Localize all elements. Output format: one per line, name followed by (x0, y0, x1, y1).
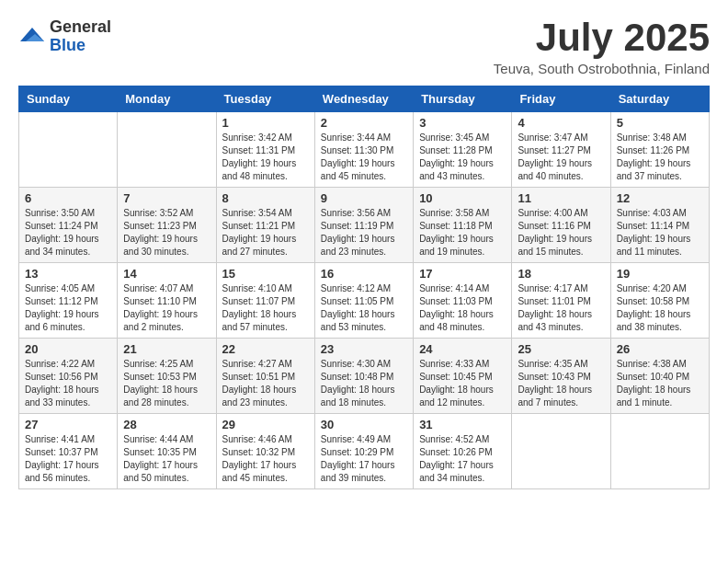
day-info: Sunrise: 4:05 AM Sunset: 11:12 PM Daylig… (25, 282, 111, 334)
calendar-cell: 9Sunrise: 3:56 AM Sunset: 11:19 PM Dayli… (314, 188, 413, 263)
calendar-cell: 28Sunrise: 4:44 AM Sunset: 10:35 PM Dayl… (118, 414, 216, 489)
weekday-header: Sunday (19, 86, 118, 112)
day-number: 5 (617, 116, 703, 130)
day-number: 3 (419, 116, 506, 130)
calendar-cell (610, 414, 709, 489)
day-info: Sunrise: 4:07 AM Sunset: 11:10 PM Daylig… (123, 282, 210, 334)
day-number: 25 (518, 342, 604, 356)
day-info: Sunrise: 4:25 AM Sunset: 10:53 PM Daylig… (123, 358, 210, 409)
day-info: Sunrise: 4:14 AM Sunset: 11:03 PM Daylig… (419, 282, 506, 334)
weekday-header: Monday (118, 86, 216, 112)
logo-text: General Blue (50, 18, 111, 55)
calendar-week-row: 20Sunrise: 4:22 AM Sunset: 10:56 PM Dayl… (19, 339, 710, 414)
calendar-week-row: 13Sunrise: 4:05 AM Sunset: 11:12 PM Dayl… (19, 263, 710, 339)
day-number: 8 (222, 191, 309, 205)
calendar-cell: 13Sunrise: 4:05 AM Sunset: 11:12 PM Dayl… (19, 263, 118, 339)
day-info: Sunrise: 4:35 AM Sunset: 10:43 PM Daylig… (518, 358, 604, 409)
calendar-cell: 23Sunrise: 4:30 AM Sunset: 10:48 PM Dayl… (314, 339, 413, 414)
day-number: 14 (123, 267, 210, 281)
calendar-week-row: 27Sunrise: 4:41 AM Sunset: 10:37 PM Dayl… (19, 414, 710, 489)
weekday-header: Friday (512, 86, 610, 112)
calendar-week-row: 6Sunrise: 3:50 AM Sunset: 11:24 PM Dayli… (19, 188, 710, 263)
calendar-cell (512, 414, 610, 489)
day-number: 23 (321, 342, 407, 356)
calendar-cell: 29Sunrise: 4:46 AM Sunset: 10:32 PM Dayl… (216, 414, 314, 489)
day-info: Sunrise: 3:42 AM Sunset: 11:31 PM Daylig… (222, 132, 309, 183)
calendar-cell: 17Sunrise: 4:14 AM Sunset: 11:03 PM Dayl… (414, 263, 512, 339)
logo: General Blue (18, 18, 111, 55)
day-number: 12 (617, 191, 703, 205)
day-info: Sunrise: 4:12 AM Sunset: 11:05 PM Daylig… (321, 282, 407, 334)
calendar-cell: 30Sunrise: 4:49 AM Sunset: 10:29 PM Dayl… (314, 414, 413, 489)
day-number: 9 (321, 191, 407, 205)
calendar-cell: 6Sunrise: 3:50 AM Sunset: 11:24 PM Dayli… (19, 188, 118, 263)
day-number: 6 (25, 191, 111, 205)
calendar-table: SundayMondayTuesdayWednesdayThursdayFrid… (18, 86, 710, 489)
day-info: Sunrise: 4:33 AM Sunset: 10:45 PM Daylig… (419, 358, 506, 409)
title-block: July 2025 Teuva, South Ostrobothnia, Fin… (494, 18, 710, 76)
day-number: 26 (617, 342, 703, 356)
day-number: 21 (123, 342, 210, 356)
calendar-cell: 26Sunrise: 4:38 AM Sunset: 10:40 PM Dayl… (610, 339, 709, 414)
day-info: Sunrise: 4:38 AM Sunset: 10:40 PM Daylig… (617, 358, 703, 409)
day-info: Sunrise: 3:52 AM Sunset: 11:23 PM Daylig… (123, 207, 210, 259)
calendar-cell: 8Sunrise: 3:54 AM Sunset: 11:21 PM Dayli… (216, 188, 314, 263)
calendar-cell: 22Sunrise: 4:27 AM Sunset: 10:51 PM Dayl… (216, 339, 314, 414)
day-number: 1 (222, 116, 309, 130)
day-number: 17 (419, 267, 506, 281)
day-info: Sunrise: 4:20 AM Sunset: 10:58 PM Daylig… (617, 282, 703, 334)
calendar-cell: 18Sunrise: 4:17 AM Sunset: 11:01 PM Dayl… (512, 263, 610, 339)
day-info: Sunrise: 3:56 AM Sunset: 11:19 PM Daylig… (321, 207, 407, 259)
calendar-cell: 11Sunrise: 4:00 AM Sunset: 11:16 PM Dayl… (512, 188, 610, 263)
day-info: Sunrise: 3:48 AM Sunset: 11:26 PM Daylig… (617, 132, 703, 183)
day-number: 4 (518, 116, 604, 130)
day-number: 20 (25, 342, 111, 356)
calendar-cell: 4Sunrise: 3:47 AM Sunset: 11:27 PM Dayli… (512, 112, 610, 188)
day-info: Sunrise: 4:30 AM Sunset: 10:48 PM Daylig… (321, 358, 407, 409)
calendar-cell: 19Sunrise: 4:20 AM Sunset: 10:58 PM Dayl… (610, 263, 709, 339)
day-info: Sunrise: 4:22 AM Sunset: 10:56 PM Daylig… (25, 358, 111, 409)
calendar-cell: 12Sunrise: 4:03 AM Sunset: 11:14 PM Dayl… (610, 188, 709, 263)
day-number: 30 (321, 418, 407, 431)
calendar-cell: 21Sunrise: 4:25 AM Sunset: 10:53 PM Dayl… (118, 339, 216, 414)
day-info: Sunrise: 3:54 AM Sunset: 11:21 PM Daylig… (222, 207, 309, 259)
day-info: Sunrise: 3:44 AM Sunset: 11:30 PM Daylig… (321, 132, 407, 183)
weekday-header: Wednesday (314, 86, 413, 112)
day-info: Sunrise: 3:47 AM Sunset: 11:27 PM Daylig… (518, 132, 604, 183)
day-info: Sunrise: 4:49 AM Sunset: 10:29 PM Daylig… (321, 433, 407, 485)
calendar-cell: 24Sunrise: 4:33 AM Sunset: 10:45 PM Dayl… (414, 339, 512, 414)
calendar-cell: 20Sunrise: 4:22 AM Sunset: 10:56 PM Dayl… (19, 339, 118, 414)
weekday-header: Thursday (414, 86, 512, 112)
day-info: Sunrise: 4:00 AM Sunset: 11:16 PM Daylig… (518, 207, 604, 259)
day-info: Sunrise: 4:46 AM Sunset: 10:32 PM Daylig… (222, 433, 309, 485)
location: Teuva, South Ostrobothnia, Finland (494, 61, 710, 76)
day-number: 16 (321, 267, 407, 281)
calendar-cell: 25Sunrise: 4:35 AM Sunset: 10:43 PM Dayl… (512, 339, 610, 414)
calendar-cell: 2Sunrise: 3:44 AM Sunset: 11:30 PM Dayli… (314, 112, 413, 188)
logo-icon (18, 23, 46, 51)
day-number: 13 (25, 267, 111, 281)
day-info: Sunrise: 4:03 AM Sunset: 11:14 PM Daylig… (617, 207, 703, 259)
day-number: 15 (222, 267, 309, 281)
day-info: Sunrise: 4:44 AM Sunset: 10:35 PM Daylig… (123, 433, 210, 485)
weekday-header: Tuesday (216, 86, 314, 112)
page-header: General Blue July 2025 Teuva, South Ostr… (18, 18, 710, 76)
day-info: Sunrise: 4:52 AM Sunset: 10:26 PM Daylig… (419, 433, 506, 485)
calendar-header-row: SundayMondayTuesdayWednesdayThursdayFrid… (19, 86, 710, 112)
day-number: 10 (419, 191, 506, 205)
day-info: Sunrise: 4:27 AM Sunset: 10:51 PM Daylig… (222, 358, 309, 409)
calendar-week-row: 1Sunrise: 3:42 AM Sunset: 11:31 PM Dayli… (19, 112, 710, 188)
day-info: Sunrise: 4:41 AM Sunset: 10:37 PM Daylig… (25, 433, 111, 485)
calendar-cell: 10Sunrise: 3:58 AM Sunset: 11:18 PM Dayl… (414, 188, 512, 263)
weekday-header: Saturday (610, 86, 709, 112)
day-number: 18 (518, 267, 604, 281)
calendar-cell: 1Sunrise: 3:42 AM Sunset: 11:31 PM Dayli… (216, 112, 314, 188)
calendar-cell (118, 112, 216, 188)
day-info: Sunrise: 4:17 AM Sunset: 11:01 PM Daylig… (518, 282, 604, 334)
calendar-cell (19, 112, 118, 188)
day-number: 29 (222, 418, 309, 431)
calendar-cell: 7Sunrise: 3:52 AM Sunset: 11:23 PM Dayli… (118, 188, 216, 263)
calendar-cell: 16Sunrise: 4:12 AM Sunset: 11:05 PM Dayl… (314, 263, 413, 339)
day-number: 28 (123, 418, 210, 431)
day-info: Sunrise: 4:10 AM Sunset: 11:07 PM Daylig… (222, 282, 309, 334)
